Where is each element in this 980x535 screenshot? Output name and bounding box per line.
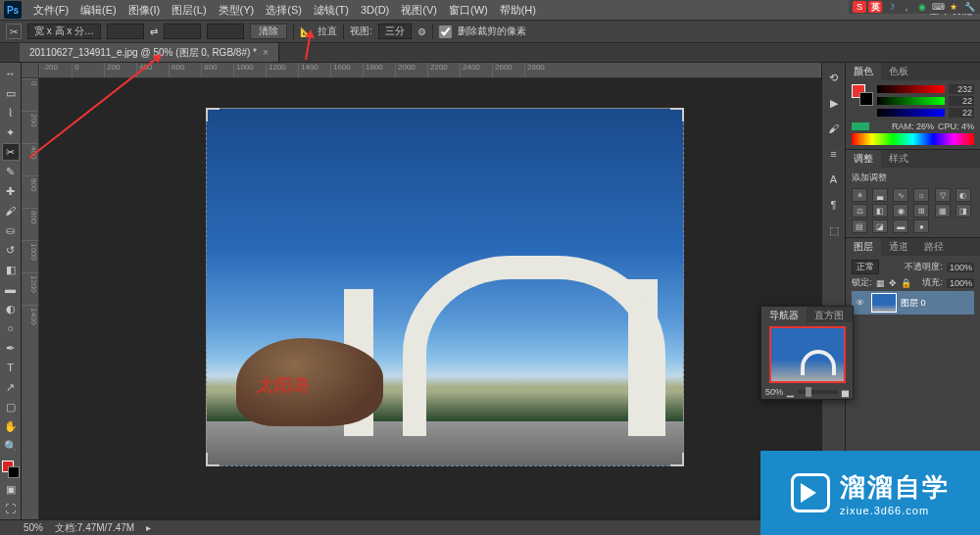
adj-colorlookup-icon[interactable]: ▦ (935, 204, 951, 218)
crop-res-field[interactable] (207, 24, 244, 39)
r-slider[interactable] (877, 85, 945, 93)
tab-color[interactable]: 颜色 (846, 63, 881, 80)
delete-cropped-checkbox[interactable] (439, 25, 452, 38)
adj-gradientmap-icon[interactable]: ▬ (893, 219, 908, 233)
status-doc-size[interactable]: 文档:7.47M/7.47M (55, 521, 134, 535)
adj-posterize-icon[interactable]: ▤ (852, 219, 867, 233)
crop-height-field[interactable] (164, 24, 201, 39)
layer-visibility-icon[interactable]: 👁 (856, 298, 867, 308)
adj-vibrance-icon[interactable]: ▽ (935, 188, 951, 202)
crop-ratio-field[interactable]: 宽 x 高 x 分… (27, 24, 101, 39)
navigator-panel[interactable]: 导航器 直方图 50% ▁ ▅ (760, 306, 854, 400)
tab-swatches[interactable]: 色板 (881, 63, 916, 80)
menu-type[interactable]: 类型(Y) (219, 3, 255, 18)
lock-all-icon[interactable]: 🔒 (901, 278, 911, 288)
menu-window[interactable]: 窗口(W) (449, 3, 488, 18)
dodge-tool-icon[interactable]: ○ (2, 319, 20, 337)
r-value[interactable]: 232 (949, 84, 974, 94)
color-swatch[interactable] (2, 461, 20, 478)
menu-3d[interactable]: 3D(D) (361, 4, 389, 16)
adj-threshold-icon[interactable]: ◪ (872, 219, 888, 233)
menu-layer[interactable]: 图层(L) (172, 3, 206, 18)
crop-tool-icon-tb[interactable]: ✂ (2, 143, 20, 161)
hand-tool-icon[interactable]: ✋ (2, 417, 20, 435)
eyedropper-tool-icon[interactable]: ✎ (2, 163, 20, 180)
zoom-in-icon[interactable]: ▅ (842, 387, 849, 397)
lasso-tool-icon[interactable]: ⌇ (2, 104, 20, 122)
adj-levels-icon[interactable]: ▃ (872, 188, 888, 202)
crop-handle-br[interactable] (670, 453, 684, 466)
adj-exposure-icon[interactable]: ☼ (913, 188, 929, 202)
history-brush-tool-icon[interactable]: ↺ (2, 241, 20, 259)
healing-tool-icon[interactable]: ✚ (2, 182, 20, 200)
adj-bw-icon[interactable]: ◧ (872, 204, 888, 218)
tab-layers[interactable]: 图层 (846, 238, 881, 256)
path-tool-icon[interactable]: ↗ (2, 378, 20, 396)
zoom-tool-icon[interactable]: 🔍 (2, 437, 20, 455)
wand-tool-icon[interactable]: ✦ (2, 123, 20, 141)
layer-name[interactable]: 图层 0 (901, 297, 926, 310)
adj-invert-icon[interactable]: ◨ (956, 204, 971, 218)
close-tab-icon[interactable]: × (263, 47, 269, 58)
status-chevron-icon[interactable]: ▸ (146, 522, 151, 533)
adj-hue-icon[interactable]: ◐ (956, 188, 971, 202)
swap-icon[interactable]: ⇄ (150, 26, 158, 37)
lock-pixels-icon[interactable]: ▦ (876, 278, 885, 288)
character-panel-icon[interactable]: A (825, 170, 843, 188)
zoom-slider[interactable] (798, 390, 838, 394)
overlay-select[interactable]: 三分 (378, 24, 412, 39)
fill-value[interactable]: 100% (947, 278, 974, 288)
crop-handle-tr[interactable] (670, 108, 684, 122)
menu-view[interactable]: 视图(V) (401, 3, 437, 18)
navigator-zoom-value[interactable]: 50% (765, 387, 783, 397)
blend-mode-select[interactable]: 正常 (852, 260, 879, 274)
crop-handle-tl[interactable] (206, 108, 220, 122)
brushpreset-panel-icon[interactable]: ≡ (825, 145, 843, 163)
crop-handle-bl[interactable] (206, 453, 220, 466)
adj-selective-icon[interactable]: ● (913, 219, 929, 233)
layer-row[interactable]: 👁 图层 0 (852, 291, 974, 315)
tab-styles[interactable]: 样式 (881, 150, 916, 168)
brush-panel-icon[interactable]: 🖌 (825, 120, 843, 137)
menu-edit[interactable]: 编辑(E) (80, 3, 117, 18)
adj-colorbalance-icon[interactable]: ⚖ (852, 204, 867, 218)
g-value[interactable]: 22 (949, 96, 974, 106)
tab-adjustments[interactable]: 调整 (846, 150, 881, 168)
type-tool-icon[interactable]: T (2, 359, 20, 376)
canvas[interactable]: 太阳岛 (39, 78, 821, 519)
tab-navigator[interactable]: 导航器 (761, 307, 807, 322)
navigator-thumbnail[interactable] (769, 326, 846, 383)
adj-channelmixer-icon[interactable]: ⊞ (913, 204, 929, 218)
g-slider[interactable] (877, 97, 945, 105)
eraser-tool-icon[interactable]: ◧ (2, 261, 20, 278)
brush-tool-icon[interactable]: 🖌 (2, 202, 20, 219)
tab-histogram[interactable]: 直方图 (807, 307, 852, 322)
stamp-tool-icon[interactable]: ⛀ (2, 221, 20, 239)
opacity-value[interactable]: 100% (947, 263, 974, 272)
adj-brightness-icon[interactable]: ☀ (852, 188, 867, 202)
lock-position-icon[interactable]: ✥ (889, 278, 897, 288)
history-panel-icon[interactable]: ⟲ (825, 69, 843, 86)
color-swatch-mini[interactable] (852, 84, 873, 106)
b-value[interactable]: 22 (949, 108, 974, 118)
gradient-tool-icon[interactable]: ▬ (2, 280, 20, 298)
shape-tool-icon[interactable]: ▢ (2, 398, 20, 415)
layer-thumbnail[interactable] (871, 293, 897, 313)
background-color[interactable] (8, 466, 20, 478)
actions-panel-icon[interactable]: ▶ (825, 94, 843, 112)
menu-image[interactable]: 图像(I) (128, 3, 160, 18)
color-spectrum[interactable] (852, 133, 974, 145)
zoom-out-icon[interactable]: ▁ (787, 387, 794, 397)
b-slider[interactable] (877, 109, 945, 117)
gear-icon[interactable]: ⚙ (417, 26, 426, 37)
crop-width-field[interactable] (107, 24, 144, 39)
clear-button[interactable]: 清除 (250, 24, 287, 39)
marquee-tool-icon[interactable]: ▭ (2, 84, 20, 102)
paragraph-panel-icon[interactable]: ¶ (825, 196, 843, 214)
image-content[interactable]: 太阳岛 (206, 108, 684, 466)
adj-photofilter-icon[interactable]: ◉ (893, 204, 908, 218)
3d-panel-icon[interactable]: ⬚ (825, 221, 843, 239)
move-tool-icon[interactable]: ↔ (2, 65, 20, 82)
quickmask-tool-icon[interactable]: ▣ (2, 480, 20, 498)
menu-help[interactable]: 帮助(H) (500, 3, 536, 18)
